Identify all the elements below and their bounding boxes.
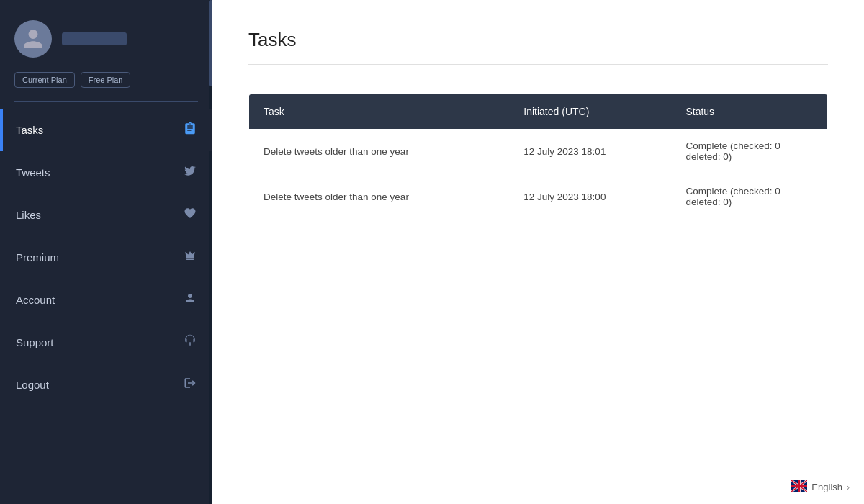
- col-status: Status: [671, 94, 827, 130]
- language-footer[interactable]: English ›: [791, 480, 850, 494]
- logout-icon: [184, 377, 197, 393]
- sidebar-item-support[interactable]: Support: [0, 321, 212, 364]
- sidebar-divider: [14, 101, 198, 102]
- sidebar-item-tasks[interactable]: Tasks: [0, 109, 212, 151]
- tasks-table: Task Initiated (UTC) Status Delete tweet…: [248, 94, 828, 220]
- task-name: Delete tweets older than one year: [249, 174, 510, 220]
- chevron-right-icon[interactable]: ›: [847, 482, 850, 492]
- col-task: Task: [249, 94, 510, 130]
- user-icon: [184, 292, 197, 308]
- table-header: Task Initiated (UTC) Status: [249, 94, 828, 130]
- flag-icon: [791, 480, 807, 494]
- avatar: [14, 20, 52, 58]
- col-initiated: Initiated (UTC): [509, 94, 671, 130]
- sidebar-item-premium[interactable]: Premium: [0, 236, 212, 279]
- page-title: Tasks: [248, 29, 828, 51]
- crown-icon: [184, 249, 197, 266]
- sidebar: Current Plan Free Plan Tasks Tweets Like…: [0, 0, 212, 504]
- sidebar-item-account[interactable]: Account: [0, 279, 212, 321]
- sidebar-item-likes[interactable]: Likes: [0, 194, 212, 236]
- sidebar-item-tweets[interactable]: Tweets: [0, 151, 212, 194]
- task-status: Complete (checked: 0 deleted: 0): [671, 129, 827, 174]
- username-placeholder: [62, 32, 127, 45]
- language-label: English: [811, 482, 842, 492]
- task-initiated: 12 July 2023 18:00: [509, 174, 671, 220]
- table-body: Delete tweets older than one year 12 Jul…: [249, 129, 828, 220]
- task-status: Complete (checked: 0 deleted: 0): [671, 174, 827, 220]
- twitter-icon: [184, 164, 197, 181]
- plan-name-badge: Free Plan: [81, 72, 131, 88]
- title-divider: [248, 64, 828, 65]
- table-row: Delete tweets older than one year 12 Jul…: [249, 129, 828, 174]
- plan-badges: Current Plan Free Plan: [0, 72, 212, 101]
- table-row: Delete tweets older than one year 12 Jul…: [249, 174, 828, 220]
- profile-section: [0, 0, 212, 72]
- heart-icon: [184, 207, 197, 223]
- clipboard-icon: [184, 122, 197, 138]
- task-initiated: 12 July 2023 18:01: [509, 129, 671, 174]
- sidebar-item-logout[interactable]: Logout: [0, 364, 212, 406]
- headset-icon: [184, 334, 197, 351]
- task-name: Delete tweets older than one year: [249, 129, 510, 174]
- main-content: Tasks Task Initiated (UTC) Status Delete…: [212, 0, 864, 504]
- current-plan-badge: Current Plan: [14, 72, 75, 88]
